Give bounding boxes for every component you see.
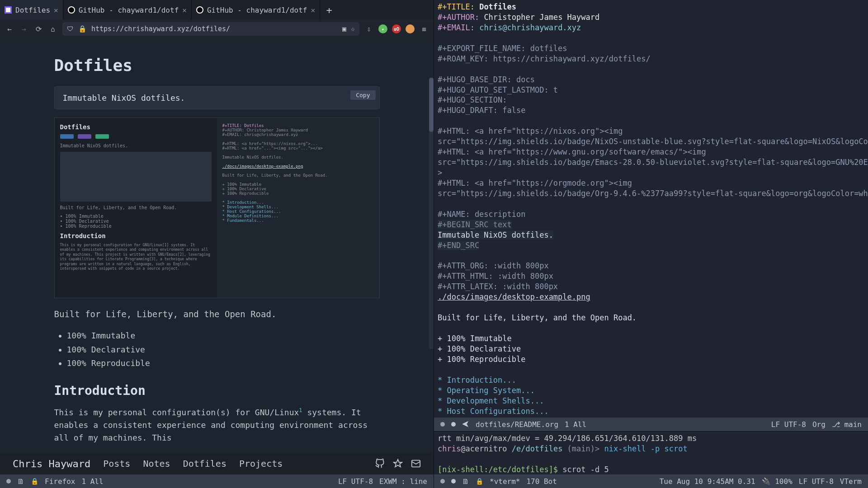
screenshot-para: This is my personal configuration for GN… [60,243,212,271]
site-nav: Chris Hayward Posts Notes Dotfiles Proje… [0,453,434,474]
forward-button[interactable]: → [19,24,29,34]
github-icon[interactable] [375,459,385,469]
tagline: Built for Life, Liberty, and the Open Ro… [54,309,380,319]
tab-github-2[interactable]: GitHub - chayward1/dotf ✕ [192,0,320,20]
back-button[interactable]: ← [5,24,14,34]
major-mode: EXWM : line [379,477,427,486]
lock-icon: 🔒 [31,478,38,485]
buffer-path: dotfiles/README.org [476,420,558,429]
reload-button[interactable]: ⟳ [33,24,43,34]
left-modeline: 🗎 🔒 Firefox 1 All LF UTF-8 EXWM : line [0,474,434,488]
clock: Tue Aug 10 9:45AM 0.31 [660,477,755,486]
screenshot-sub: Immutable NixOS dotfiles. [60,143,212,148]
codebox-text: Immutable NixOS dotfiles. [63,93,185,103]
extension-icon[interactable] [406,24,415,33]
shield-icon: 🛡 [67,25,74,33]
new-tab-button[interactable]: + [320,5,338,16]
scrollbar[interactable] [429,78,434,349]
battery: 🔌 100% [762,477,793,486]
github-icon [68,6,75,14]
screenshot-intro: Introduction [60,232,212,239]
list-item: 100% Declarative [67,343,380,357]
modeline-dot [6,479,11,483]
copy-button[interactable]: Copy [350,90,375,100]
url-bar-row: ← → ⟳ ⌂ 🛡 🔒 https://chrishayward.xyz/dot… [0,20,434,38]
nav-notes[interactable]: Notes [143,458,170,469]
url-text: https://chrishayward.xyz/dotfiles/ [91,25,338,33]
home-button[interactable]: ⌂ [48,24,58,34]
vterm-buffer[interactable]: rtt min/avg/max/mdev = 49.294/186.651/36… [434,431,868,474]
favicon-icon [5,6,12,14]
major-mode: Org [812,420,826,429]
section-heading: Introduction [54,383,380,398]
tab-label: GitHub - chayward1/dotf [207,6,307,14]
intro-paragraph: This is my personal configuration(s) for… [54,406,380,444]
extension-icon[interactable]: ✦ [378,24,387,33]
encoding: LF UTF-8 [799,477,834,486]
svg-point-5 [197,7,203,13]
page-content: Dotfiles Immutable NixOS dotfiles. Copy … [0,38,434,453]
buffer-name: Firefox [45,477,75,486]
modeline-dot [451,479,456,483]
gitlab-icon[interactable] [393,459,403,469]
screenshot-title: Dotfiles [60,123,212,131]
reader-icon[interactable]: ▣ [342,25,346,33]
vterm-modeline: 🗎 🔒 *vterm* 170 Bot Tue Aug 10 9:45AM 0.… [434,474,868,488]
arrow-icon: ⮜ [462,420,469,429]
menu-icon[interactable]: ≡ [419,24,429,34]
modeline-dot [440,479,445,483]
nav-posts[interactable]: Posts [103,458,130,469]
site-brand[interactable]: Chris Hayward [13,458,90,469]
buffer-pos: 170 Bot [526,477,557,486]
pocket-icon[interactable]: ⇩ [364,24,374,34]
close-icon[interactable]: ✕ [54,6,58,14]
encoding: LF UTF-8 [771,420,806,429]
lock-icon: 🔒 [476,478,483,485]
page-title: Dotfiles [54,56,380,75]
lock-icon: 🔒 [78,25,87,33]
url-bar[interactable]: 🛡 🔒 https://chrishayward.xyz/dotfiles/ ▣… [62,22,359,36]
buffer-pos: 1 All [81,477,103,486]
bookmark-icon[interactable]: ☆ [351,25,355,33]
description-codebox: Immutable NixOS dotfiles. Copy [54,86,380,109]
major-mode: VTerm [840,477,862,486]
close-icon[interactable]: ✕ [182,6,187,14]
nav-projects[interactable]: Projects [239,458,283,469]
screenshot-image: Dotfiles Immutable NixOS dotfiles. Built… [54,117,380,298]
tab-label: Dotfiles [15,6,50,14]
file-icon: 🗎 [17,477,24,486]
mail-icon[interactable] [411,459,421,469]
file-icon: 🗎 [462,477,469,486]
github-icon [196,6,203,14]
tab-dotfiles[interactable]: Dotfiles ✕ [0,0,63,20]
buffer-name: *vterm* [490,477,520,486]
modeline-dot [451,422,456,427]
org-modeline: ⮜ dotfiles/README.org 1 All LF UTF-8 Org… [434,418,868,431]
org-buffer[interactable]: #+TITLE: Dotfiles #+AUTHOR: Christopher … [434,0,868,418]
tab-label: GitHub - chayward1/dotf [79,6,179,14]
browser-tabs: Dotfiles ✕ GitHub - chayward1/dotf ✕ Git… [0,0,434,20]
buffer-pos: 1 All [565,420,586,429]
feature-list: 100% Immutable 100% Declarative 100% Rep… [54,329,380,371]
list-item: 100% Immutable [67,329,380,343]
tab-github-1[interactable]: GitHub - chayward1/dotf ✕ [63,0,192,20]
svg-rect-1 [6,8,10,12]
encoding: LF UTF-8 [338,477,373,486]
close-icon[interactable]: ✕ [311,6,315,14]
modeline-dot [440,422,445,427]
git-branch: ⎇ main [832,420,862,429]
svg-point-3 [69,7,74,13]
nav-dotfiles[interactable]: Dotfiles [183,458,226,469]
ublock-icon[interactable]: uO [392,24,401,33]
screenshot-tag: Built for Life, Liberty, and the Open Ro… [60,205,212,210]
list-item: 100% Reproducible [67,357,380,371]
